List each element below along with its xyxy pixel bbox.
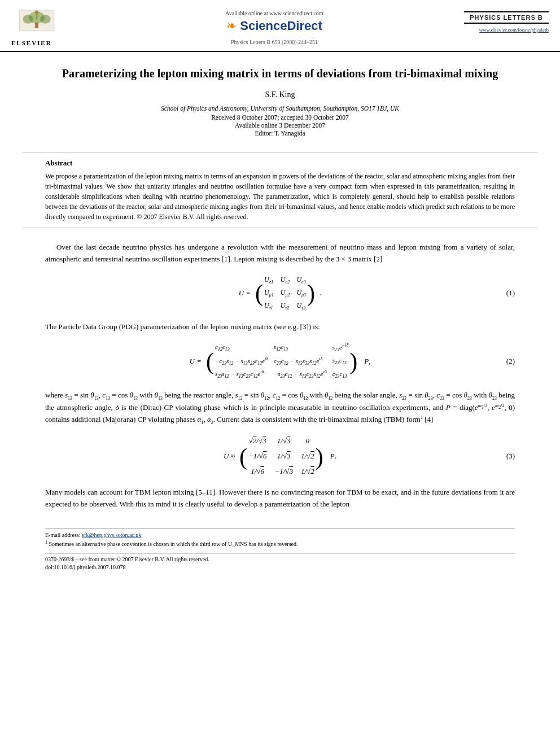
- eq2-intro-text: The Particle Data Group (PDG) parameteri…: [45, 321, 515, 333]
- title-section: Parameterizing the lepton mixing matrix …: [0, 52, 560, 147]
- pdg-cell-31: s23s12 − s13c23c12eiδ: [215, 369, 268, 381]
- elsevier-logo-section: ELSEVIER: [11, 8, 85, 46]
- eq3-number: (3): [506, 451, 515, 462]
- pdg-cell-21: −c23s12 − s13s23c12eiδ: [215, 356, 268, 368]
- eq2-matrix: ( c12c13 s12c13 s13e−iδ −c23s12 − s13s23…: [206, 340, 357, 383]
- eq1-label: U =: [239, 287, 251, 299]
- eq2-after-text: where s13 = sin θ13, c13 = cos θ13 with …: [45, 390, 515, 427]
- author-name: S.F. King: [45, 90, 515, 99]
- tbm-cell-33: 1/√2: [301, 466, 314, 478]
- intro-paragraph: Over the last decade neutrino physics ha…: [45, 242, 515, 265]
- equation-3-block: U ≈ ( √2/√3 1/√3 0 −1/√6 1/√3 1/√2 1/√6 …: [45, 433, 515, 479]
- cell-umu2: Uμ2: [281, 287, 290, 299]
- eq1-number: (1): [506, 287, 515, 299]
- email-label: E-mail address:: [45, 532, 80, 538]
- sciencedirect-icon: ❧: [226, 19, 237, 33]
- eq2-P: P,: [364, 356, 370, 368]
- abstract-text: We propose a parametrization of the lept…: [45, 171, 515, 222]
- tbm-cell-22: 1/√3: [274, 451, 293, 462]
- available-online-text: Available online at www.sciencedirect.co…: [225, 10, 323, 16]
- header: ELSEVIER Available online at www.science…: [0, 0, 560, 52]
- eq2-number: (2): [506, 356, 515, 368]
- svg-point-5: [35, 11, 38, 14]
- eq3-P: P.: [330, 451, 336, 462]
- journal-citation: Physics Letters B 659 (2008) 244–251: [231, 39, 318, 45]
- tbm-cell-11: √2/√3: [248, 435, 267, 447]
- cell-utau3: Uτ3: [296, 300, 306, 312]
- received-date: Received 8 October 2007; accepted 30 Oct…: [45, 114, 515, 121]
- pdg-cell-12: s12c13: [274, 342, 327, 353]
- left-paren: (: [255, 281, 263, 305]
- eq3-after-text: Many models can account for TBM lepton m…: [45, 487, 515, 510]
- copyright-section: 0370-2693/$ – see front matter © 2007 El…: [45, 553, 515, 570]
- journal-brand-section: PHYSICS LETTERS B www.elsevier.com/locat…: [464, 8, 549, 33]
- pdg-cell-33: c23c13: [333, 369, 349, 381]
- tbm-cell-12: 1/√3: [274, 435, 293, 447]
- eq1-matrix: ( Ue1 Ue2 Ue3 Uμ1 Uμ2 Uμ3 Uτ1 Uτ2 Uτ3 ): [255, 272, 315, 315]
- tbm-cell-31: 1/√6: [248, 466, 267, 478]
- cell-ue2: Ue2: [281, 274, 290, 286]
- sciencedirect-logo: ❧ ScienceDirect: [226, 19, 322, 33]
- elsevier-wordmark: ELSEVIER: [11, 40, 85, 46]
- cell-umu1: Uμ1: [264, 287, 274, 299]
- right-paren3: ): [316, 445, 323, 469]
- left-paren2: (: [206, 350, 214, 373]
- pdg-cell-13: s13e−iδ: [333, 342, 349, 354]
- available-online-date: Available online 3 December 2007: [45, 122, 515, 129]
- email-footnote: E-mail address: sfk@hep.phys.soton.ac.uk: [45, 532, 515, 538]
- tbm-cell-13: 0: [301, 435, 314, 447]
- equation-2-block: U = ( c12c13 s12c13 s13e−iδ −c23s12 − s1…: [45, 340, 515, 383]
- doi-text: doi:10.1016/j.physletb.2007.10.078: [45, 564, 515, 570]
- eq1-dot: .: [320, 287, 321, 299]
- equation-2: U = ( c12c13 s12c13 s13e−iδ −c23s12 − s1…: [190, 340, 371, 383]
- eq2-label: U =: [190, 356, 202, 368]
- svg-point-3: [40, 15, 50, 23]
- cell-utau2: Uτ2: [281, 300, 290, 312]
- cell-ue1: Ue1: [264, 274, 274, 286]
- eq2-matrix-cells: c12c13 s12c13 s13e−iδ −c23s12 − s13s23c1…: [214, 340, 349, 383]
- article-title: Parameterizing the lepton mixing matrix …: [45, 65, 515, 81]
- abstract-title: Abstract: [45, 159, 515, 168]
- footnotes: E-mail address: sfk@hep.phys.soton.ac.uk…: [45, 528, 515, 547]
- sciencedirect-section: Available online at www.sciencedirect.co…: [85, 8, 464, 45]
- equation-1: U = ( Ue1 Ue2 Ue3 Uμ1 Uμ2 Uμ3 Uτ1 Uτ2 Uτ…: [239, 272, 322, 315]
- main-content: Over the last decade neutrino physics ha…: [0, 234, 560, 522]
- left-paren3: (: [239, 445, 247, 469]
- eq3-matrix-cells: √2/√3 1/√3 0 −1/√6 1/√3 1/√2 1/√6 −1/√3 …: [247, 433, 316, 479]
- equation-3: U ≈ ( √2/√3 1/√3 0 −1/√6 1/√3 1/√2 1/√6 …: [224, 433, 336, 479]
- pdg-cell-23: s23c13: [333, 356, 349, 367]
- pdg-cell-11: c12c13: [215, 342, 268, 353]
- right-paren: ): [307, 281, 315, 305]
- right-paren2: ): [349, 350, 357, 373]
- abstract-section: Abstract We propose a parametrization of…: [23, 152, 537, 228]
- cell-utau1: Uτ1: [264, 300, 274, 312]
- elsevier-url[interactable]: www.elsevier.com/locate/physletb: [479, 27, 549, 33]
- matrix-cells: Ue1 Ue2 Ue3 Uμ1 Uμ2 Uμ3 Uτ1 Uτ2 Uτ3: [263, 272, 307, 315]
- tbm-cell-21: −1/√6: [248, 451, 267, 462]
- svg-rect-4: [35, 23, 38, 28]
- svg-point-2: [23, 15, 33, 23]
- equation-1-block: U = ( Ue1 Ue2 Ue3 Uμ1 Uμ2 Uμ3 Uτ1 Uτ2 Uτ…: [45, 272, 515, 315]
- pdg-cell-32: −s23c12 − s13c23s12eiδ: [274, 369, 327, 381]
- elsevier-tree-icon: [11, 8, 62, 36]
- copyright-text: 0370-2693/$ – see front matter © 2007 El…: [45, 556, 515, 562]
- tbm-cell-32: −1/√3: [274, 466, 293, 478]
- journal-brand: PHYSICS LETTERS B: [464, 11, 549, 24]
- eq3-label: U ≈: [224, 451, 235, 462]
- page: ELSEVIER Available online at www.science…: [0, 0, 560, 747]
- tbm-cell-23: 1/√2: [301, 451, 314, 462]
- footnote1-text: 1 Sometimes an alternative phase convent…: [45, 540, 515, 547]
- eq3-matrix: ( √2/√3 1/√3 0 −1/√6 1/√3 1/√2 1/√6 −1/√…: [239, 433, 323, 479]
- cell-umu3: Uμ3: [296, 287, 306, 299]
- affiliation: School of Physics and Astronomy, Univers…: [45, 105, 515, 112]
- cell-ue3: Ue3: [296, 274, 306, 286]
- pdg-cell-22: c23c12 − s13s23s12eiδ: [274, 356, 327, 368]
- editor: Editor: T. Yanagida: [45, 130, 515, 137]
- sciencedirect-label: ScienceDirect: [240, 19, 322, 33]
- email-link[interactable]: sfk@hep.phys.soton.ac.uk: [82, 532, 141, 538]
